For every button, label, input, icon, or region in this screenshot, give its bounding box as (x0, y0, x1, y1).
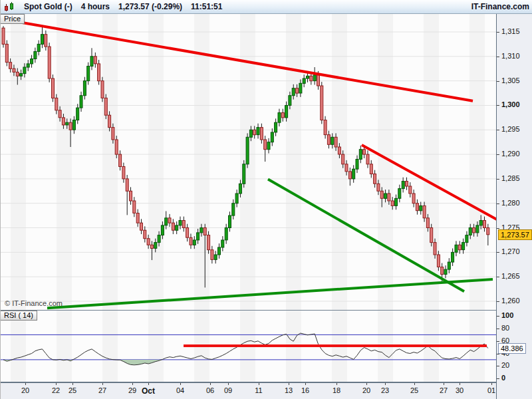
candle (377, 184, 380, 191)
rsi-tick-label: 80 (501, 324, 509, 332)
candle (321, 86, 323, 120)
candle (409, 186, 412, 194)
rsi-pane-tab[interactable]: RSI ( 14) (1, 311, 37, 321)
axis-tick (132, 383, 133, 385)
candle (402, 182, 404, 189)
axis-tick (336, 383, 337, 385)
date-label: 30 (450, 386, 469, 394)
date-label: 06 (200, 386, 220, 394)
candle (278, 113, 281, 123)
axis-tick (497, 277, 499, 277)
candle (243, 164, 245, 184)
date-label: 16 (295, 386, 315, 394)
candle (119, 154, 122, 166)
candle (126, 179, 128, 191)
axis-tick (497, 354, 499, 354)
candle (452, 252, 454, 262)
candle (229, 215, 231, 227)
candle (16, 72, 19, 76)
candle (476, 225, 479, 233)
price-chart-canvas[interactable] (1, 14, 497, 311)
axis-tick (497, 57, 499, 57)
candle (136, 213, 139, 223)
candle (469, 228, 471, 235)
candle (214, 255, 217, 259)
candle (179, 221, 182, 225)
candle (324, 120, 327, 135)
watermark: © IT-Finance.com (5, 299, 63, 307)
candle (448, 262, 450, 269)
candle (94, 57, 96, 64)
price-tick-label: 1,285 (501, 174, 520, 182)
candle (260, 128, 263, 140)
candle (133, 201, 136, 213)
trendline-descending-support[interactable] (268, 180, 464, 292)
candle (275, 122, 277, 132)
rsi-tick-label: 100 (501, 311, 513, 319)
candle (182, 221, 185, 228)
rsi-chart-canvas[interactable] (1, 311, 497, 382)
price-tick-label: 1,295 (501, 125, 520, 133)
timeframe-label: 4 hours (81, 2, 110, 11)
candle (317, 75, 320, 86)
candle (69, 122, 72, 130)
candle (479, 221, 482, 225)
axis-tick (460, 383, 460, 385)
candle (342, 154, 344, 164)
candle (221, 240, 224, 247)
candle (72, 120, 75, 130)
axis-tick (497, 366, 499, 366)
date-label: 25 (63, 386, 82, 394)
axis-tick (414, 383, 415, 385)
axis-tick (289, 383, 289, 385)
price-tick-label: 1,310 (501, 52, 520, 60)
price-tick-label: 1,305 (501, 76, 520, 84)
candle (80, 96, 82, 108)
candle (444, 269, 447, 274)
date-label: 25 (404, 386, 424, 394)
chart-window: Spot Gold (-) 4 hours 1,273.57 (-0.29%) … (0, 0, 532, 399)
price-tick-label: 1,265 (501, 272, 520, 280)
date-label: 18 (327, 386, 346, 394)
candlestick-icon (4, 2, 15, 12)
axis-tick (444, 383, 444, 385)
axis-tick (497, 179, 499, 180)
candle (20, 74, 23, 76)
trendline-ascending-support[interactable] (47, 279, 493, 308)
candle (27, 64, 29, 67)
axis-tick (497, 228, 499, 229)
candle (150, 245, 153, 248)
candle (426, 218, 429, 228)
axis-tick (497, 301, 499, 302)
price-axis[interactable]: 1,2601,2651,2701,2751,2801,2851,2901,295… (496, 14, 532, 399)
price-pane-tab[interactable]: Price (1, 14, 25, 24)
last-price-marker: 1,273.57 (498, 229, 532, 240)
candle (345, 164, 348, 172)
candle (122, 167, 125, 179)
candle (172, 223, 174, 230)
axis-tick (497, 329, 499, 329)
price-tick-label: 1,290 (501, 150, 520, 158)
axis-tick (497, 81, 499, 82)
candle (398, 189, 401, 199)
trendline-upper-resistance[interactable] (19, 22, 473, 101)
candle (473, 228, 475, 233)
candle (76, 108, 79, 120)
time-axis[interactable]: 2022252729Oct04060911131618202325273001 (1, 382, 496, 399)
candle (257, 128, 259, 135)
candle (437, 255, 440, 267)
candle (158, 235, 160, 243)
candle (193, 240, 196, 245)
candle (458, 245, 461, 249)
trendline-lower-resistance[interactable] (362, 145, 497, 219)
candle (462, 243, 465, 250)
candle (9, 63, 12, 69)
candle (140, 223, 143, 230)
candle (430, 228, 433, 243)
candle (108, 115, 111, 127)
axis-tick (497, 316, 499, 317)
candle (359, 150, 362, 160)
candle (115, 140, 118, 154)
candle (246, 137, 249, 164)
candle (384, 194, 387, 198)
